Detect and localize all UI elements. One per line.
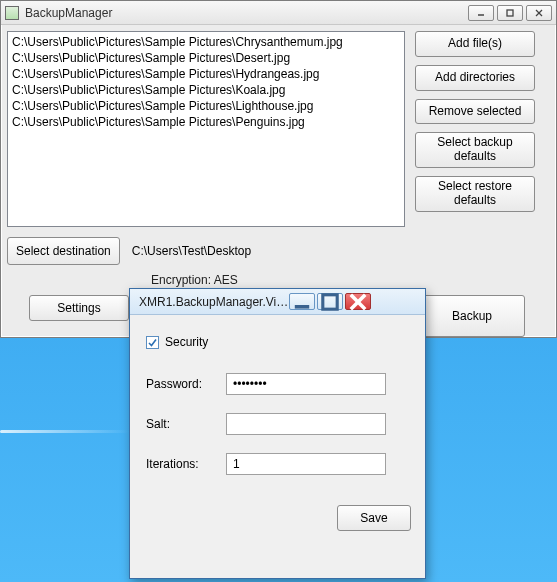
file-item[interactable]: C:\Users\Public\Pictures\Sample Pictures… bbox=[12, 34, 400, 50]
svg-rect-1 bbox=[507, 10, 513, 16]
backup-button[interactable]: Backup bbox=[419, 295, 525, 337]
save-button[interactable]: Save bbox=[337, 505, 411, 531]
file-item[interactable]: C:\Users\Public\Pictures\Sample Pictures… bbox=[12, 66, 400, 82]
dialog-maximize-button[interactable] bbox=[317, 293, 343, 310]
add-files-button[interactable]: Add file(s) bbox=[415, 31, 535, 57]
remove-selected-button[interactable]: Remove selected bbox=[415, 99, 535, 125]
maximize-button[interactable] bbox=[497, 5, 523, 21]
password-label: Password: bbox=[146, 377, 226, 391]
password-input[interactable] bbox=[226, 373, 386, 395]
file-list[interactable]: C:\Users\Public\Pictures\Sample Pictures… bbox=[7, 31, 405, 227]
dialog-close-button[interactable] bbox=[345, 293, 371, 310]
select-destination-button[interactable]: Select destination bbox=[7, 237, 120, 265]
encryption-label: Encryption: AES bbox=[1, 265, 556, 287]
main-title: BackupManager bbox=[25, 6, 468, 20]
file-item[interactable]: C:\Users\Public\Pictures\Sample Pictures… bbox=[12, 98, 400, 114]
dialog-titlebar: XMR1.BackupManager.View... bbox=[130, 289, 425, 315]
dialog-title: XMR1.BackupManager.View... bbox=[139, 295, 289, 309]
iterations-label: Iterations: bbox=[146, 457, 226, 471]
file-item[interactable]: C:\Users\Public\Pictures\Sample Pictures… bbox=[12, 50, 400, 66]
settings-button[interactable]: Settings bbox=[29, 295, 129, 321]
security-checkbox-label: Security bbox=[165, 335, 208, 349]
app-icon bbox=[5, 6, 19, 20]
salt-label: Salt: bbox=[146, 417, 226, 431]
svg-rect-5 bbox=[323, 294, 337, 308]
destination-path: C:\Users\Test\Desktop bbox=[132, 244, 251, 258]
file-item[interactable]: C:\Users\Public\Pictures\Sample Pictures… bbox=[12, 114, 400, 130]
security-dialog: XMR1.BackupManager.View... Security Pass… bbox=[129, 288, 426, 579]
salt-input[interactable] bbox=[226, 413, 386, 435]
file-item[interactable]: C:\Users\Public\Pictures\Sample Pictures… bbox=[12, 82, 400, 98]
iterations-input[interactable] bbox=[226, 453, 386, 475]
minimize-button[interactable] bbox=[468, 5, 494, 21]
select-restore-defaults-button[interactable]: Select restore defaults bbox=[415, 176, 535, 212]
dialog-minimize-button[interactable] bbox=[289, 293, 315, 310]
add-directories-button[interactable]: Add directories bbox=[415, 65, 535, 91]
main-titlebar: BackupManager bbox=[1, 1, 556, 25]
close-button[interactable] bbox=[526, 5, 552, 21]
desktop-highlight bbox=[0, 430, 130, 433]
security-checkbox[interactable] bbox=[146, 336, 159, 349]
select-backup-defaults-button[interactable]: Select backup defaults bbox=[415, 132, 535, 168]
